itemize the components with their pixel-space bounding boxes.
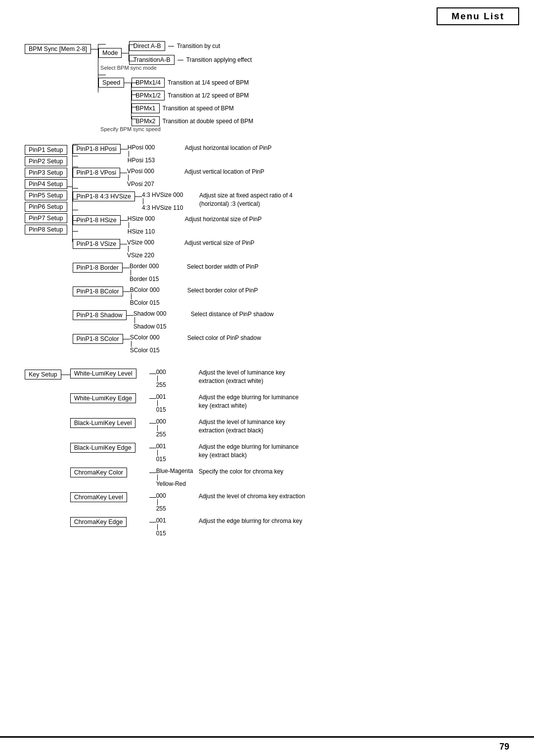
bpm-sync-label-wrap: BPM Sync [Mem 2-8] [25,44,98,54]
transition-ab-row: TransitionA-B Transition applying effect [129,55,252,65]
pinp-values-6: BColor 000 BColor 015 [130,286,184,306]
key-desc-1: Adjust the edge blurring for luminance k… [199,393,308,410]
key-item-6: ChromaKey Edge 001 015 Adjust the edge b… [70,517,308,537]
pinp-desc-7: Select distance of PinP shadow [191,310,274,319]
key-values-0: 000 255 [156,369,196,388]
pinp-item-2: PinP1-8 4:3 HVSize 4:3 HVSize 000 4:3 HV… [73,191,298,211]
key-setup-label: Key Setup [25,370,61,379]
mode-item: Mode Direct A-B Transition by cut [98,41,253,71]
bpmx12-desc: Transition at 1/2 speed of BPM [168,92,249,99]
page-title: Menu List [437,7,519,25]
speed-sub: Specify BPM sync speed [98,126,253,132]
pinp-desc-1: Adjust vertical location of PinP [184,168,264,176]
transition-ab-desc: Transition applying effect [186,56,252,63]
pinp-item-1: PinP1-8 VPosi VPosi 000 VPosi 207 Adjust… [73,168,298,188]
pinp-setup-8: PinP8 Setup [25,225,67,235]
key-desc-4: Specify the color for chroma key [199,468,283,476]
pinp-desc-0: Adjust horizontal location of PinP [185,144,271,152]
pinp-desc-2: Adjust size at fixed aspect ratio of 4 (… [199,191,298,208]
pinp-setup-3: PinP3 Setup [25,168,67,178]
pinp-item-0: PinP1-8 HPosi HPosi 000 HPosi 153 Adjust… [73,144,298,164]
key-item-2: Black-LumiKey Level 000 255 Adjust the l… [70,418,308,438]
pinp-desc-3: Adjust horizontal size of PinP [185,215,262,224]
key-values-3: 001 015 [156,443,196,463]
key-values-6: 001 015 [156,517,196,537]
key-values-2: 000 255 [156,418,196,438]
key-values-1: 001 015 [156,393,196,413]
pinp-desc-6: Select border color of PinP [187,286,258,295]
key-desc-6: Adjust the edge blurring for chroma key [199,517,302,525]
key-values-5: 000 255 [156,492,196,512]
pinp-desc-8: Select color of PinP shadow [187,334,261,342]
bpmx14-desc: Transition at 1/4 speed of BPM [168,79,249,86]
bpmx2-desc: Transition at double speed of BPM [163,118,254,125]
speed-item: Speed BPMx1/4 Transition at 1/4 speed of… [98,78,253,132]
key-item-4: ChromaKey Color Blue-Magenta Yellow-Red … [70,468,308,487]
footer: 79 [0,736,534,756]
bpmx1-desc: Transition at speed of BPM [163,105,234,112]
pinp-values-0: HPosi 000 HPosi 153 [128,144,182,164]
pinp-desc-5: Select border width of PinP [187,263,259,271]
mode-sub: Select BPM sync mode [98,65,253,71]
key-item-1: White-LumiKey Edge 001 015 Adjust the ed… [70,393,308,413]
pinp-setup-5: PinP5 Setup [25,190,67,200]
page-number: 79 [499,742,509,752]
pinp-values-2: 4:3 HVSize 000 4:3 HVSize 110 [142,191,196,211]
pinp-item-8: PinP1-8 SColor SColor 000 SColor 015 Sel… [73,334,298,354]
bpmx1-row: BPMx1 Transition at speed of BPM [132,103,253,113]
pinp-values-7: Shadow 000 Shadow 015 [134,310,188,330]
pinp-values-4: VSize 000 VSize 220 [127,239,181,259]
key-desc-2: Adjust the level of luminance key extrac… [199,418,308,435]
pinp-item-6: PinP1-8 BColor BColor 000 BColor 015 Sel… [73,286,298,306]
key-item-3: Black-LumiKey Edge 001 015 Adjust the ed… [70,443,308,463]
pinp-values-1: VPosi 000 VPosi 207 [127,168,181,188]
direct-ab-desc: Transition by cut [177,43,221,49]
pinp-item-5: PinP1-8 Border Border 000 Border 015 Sel… [73,263,298,283]
key-desc-0: Adjust the level of luminance key extrac… [199,369,308,385]
key-item-5: ChromaKey Level 000 255 Adjust the level… [70,492,308,512]
pinp-values-8: SColor 000 SColor 015 [130,334,184,354]
pinp-values-3: HSize 000 HSize 110 [128,215,182,235]
pinp-item-4: PinP1-8 VSize VSize 000 VSize 220 Adjust… [73,239,298,259]
pinp-item-7: PinP1-8 Shadow Shadow 000 Shadow 015 Sel… [73,310,298,330]
direct-ab-row: Direct A-B Transition by cut [129,41,252,51]
bpmx14-row: BPMx1/4 Transition at 1/4 speed of BPM [132,78,253,88]
key-values-4: Blue-Magenta Yellow-Red [156,468,196,487]
pinp-desc-4: Adjust vertical size of PinP [184,239,254,247]
pinp-setup-2: PinP2 Setup [25,156,67,166]
pinp-setup-7: PinP7 Setup [25,213,67,223]
key-desc-3: Adjust the edge blurring for luminance k… [199,443,308,460]
bpmx2-row: BPMx2 Transition at double speed of BPM [132,116,253,126]
pinp-setup-6: PinP6 Setup [25,202,67,212]
page-wrapper: Menu List BPM Sync [Mem 2-8] Mode [0,0,534,756]
pinp-values-5: Border 000 Border 015 [130,263,184,283]
key-item-0: White-LumiKey Level 000 255 Adjust the l… [70,369,308,388]
bpmx12-row: BPMx1/2 Transition at 1/2 speed of BPM [132,91,253,100]
pinp-item-3: PinP1-8 HSize HSize 000 HSize 110 Adjust… [73,215,298,235]
pinp-setup-4: PinP4 Setup [25,179,67,189]
pinp-setup-1: PinP1 Setup [25,145,67,155]
key-desc-5: Adjust the level of chroma key extractio… [199,492,305,501]
